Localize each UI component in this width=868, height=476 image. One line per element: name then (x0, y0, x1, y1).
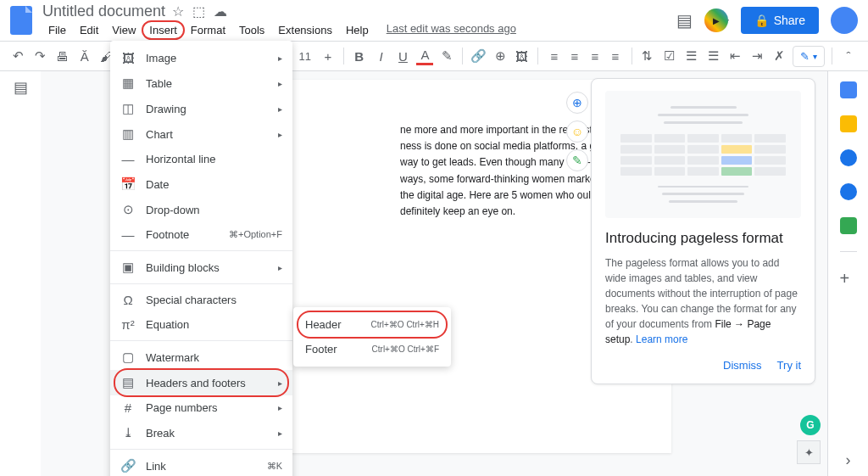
insert-menu-special-characters[interactable]: ΩSpecial characters (110, 288, 292, 312)
bulleted-list-icon[interactable]: ☰ (683, 47, 700, 65)
align-left-icon[interactable]: ≡ (545, 47, 564, 65)
dismiss-button[interactable]: Dismiss (723, 359, 762, 372)
meet-icon[interactable]: ▶ (704, 8, 728, 32)
insert-menu-equation[interactable]: π²Equation (110, 312, 292, 337)
italic-button[interactable]: I (373, 47, 390, 65)
insert-menu-link[interactable]: 🔗Link⌘K (110, 453, 292, 476)
insert-menu-drop-down[interactable]: ⊙Drop-down (110, 197, 292, 222)
comments-history-icon[interactable]: ▤ (676, 10, 693, 31)
menu-item-label: Image (146, 52, 268, 64)
add-comment-fab[interactable]: ⊕ (566, 92, 588, 114)
insert-menu-image[interactable]: 🖼Image▸ (110, 46, 292, 70)
pencil-icon: ✎ (800, 50, 810, 63)
menu-item-label: Date (146, 178, 282, 191)
align-center-icon[interactable]: ≡ (565, 47, 584, 65)
menu-item-label: Drop-down (146, 204, 282, 216)
menu-item-label: Table (146, 77, 268, 90)
drop-down-icon: ⊙ (120, 202, 136, 217)
doc-action-column: ⊕ ☺ ✎ (566, 92, 588, 171)
insert-menu-drawing[interactable]: ◫Drawing▸ (110, 96, 292, 121)
chevron-down-icon: ▾ (813, 52, 817, 61)
show-side-panel-icon[interactable]: › (846, 451, 851, 469)
insert-menu-footnote[interactable]: —Footnote⌘+Option+F (110, 222, 292, 247)
numbered-list-icon[interactable]: ☰ (704, 47, 721, 65)
menu-file[interactable]: File (42, 22, 72, 38)
underline-button[interactable]: U (395, 47, 412, 65)
get-addons-icon[interactable]: + (840, 269, 857, 286)
star-icon[interactable]: ☆ (172, 3, 184, 20)
cloud-status-icon[interactable]: ☁ (214, 3, 227, 20)
suggest-edit-fab[interactable]: ✎ (566, 149, 588, 171)
insert-menu-watermark[interactable]: ▢Watermark (110, 344, 292, 370)
menu-item-label: Break (146, 427, 268, 440)
menu-extensions[interactable]: Extensions (272, 22, 338, 38)
insert-menu-chart[interactable]: ▥Chart▸ (110, 121, 292, 147)
explore-button[interactable]: ✦ (797, 440, 821, 464)
footnote-icon: — (120, 227, 136, 242)
lock-icon: 🔒 (754, 14, 769, 27)
font-size-increase-icon[interactable]: + (320, 47, 337, 65)
menu-item-label: Footnote (146, 228, 219, 241)
line-spacing-icon[interactable]: ⇅ (639, 47, 656, 65)
editing-mode-button[interactable]: ✎ ▾ (793, 46, 825, 67)
menu-item-label: Link (146, 460, 257, 473)
menu-tools[interactable]: Tools (233, 22, 270, 38)
decrease-indent-icon[interactable]: ⇤ (726, 47, 743, 65)
spellcheck-icon[interactable]: Ă (76, 47, 93, 65)
insert-menu-break[interactable]: ⤓Break▸ (110, 420, 292, 445)
menu-edit[interactable]: Edit (74, 22, 104, 38)
font-size-input[interactable]: 11 (295, 50, 314, 63)
print-icon[interactable]: 🖶 (54, 47, 71, 65)
last-edit-link[interactable]: Last edit was seconds ago (387, 22, 516, 38)
drawing-icon: ◫ (120, 101, 136, 116)
add-comment-icon[interactable]: ⊕ (492, 47, 509, 65)
account-avatar[interactable] (831, 7, 858, 34)
contacts-app-icon[interactable] (840, 183, 857, 200)
move-icon[interactable]: ⬚ (192, 3, 205, 20)
align-justify-icon[interactable]: ≡ (606, 47, 625, 65)
text-color-icon[interactable]: A (416, 47, 433, 65)
checklist-icon[interactable]: ☑ (661, 47, 678, 65)
menu-insert[interactable]: Insert (143, 22, 183, 38)
menu-item-label: Headers and footers (146, 377, 268, 389)
menu-format[interactable]: Format (185, 22, 231, 38)
tasks-app-icon[interactable] (840, 149, 857, 166)
share-button[interactable]: 🔒 Share (741, 7, 819, 34)
insert-menu-page-numbers[interactable]: #Page numbers▸ (110, 395, 292, 420)
align-right-icon[interactable]: ≡ (586, 47, 604, 65)
insert-image-icon[interactable]: 🖼 (514, 47, 531, 65)
submenu-footer[interactable]: FooterCtrl+⌘O Ctrl+⌘F (293, 337, 451, 361)
insert-menu-date[interactable]: 📅Date (110, 171, 292, 197)
increase-indent-icon[interactable]: ⇥ (748, 47, 765, 65)
calendar-app-icon[interactable] (840, 81, 857, 98)
highlight-icon[interactable]: ✎ (438, 47, 455, 65)
menu-item-label: Drawing (146, 103, 268, 115)
undo-icon[interactable]: ↶ (10, 47, 27, 65)
menu-view[interactable]: View (106, 22, 142, 38)
watermark-icon: ▢ (120, 350, 136, 365)
learn-more-link[interactable]: Learn more (636, 333, 687, 345)
menu-help[interactable]: Help (340, 22, 375, 38)
submenu-arrow-icon: ▸ (278, 53, 282, 63)
card-illustration (605, 91, 801, 218)
document-title[interactable]: Untitled document (42, 3, 165, 20)
insert-menu-table[interactable]: ▦Table▸ (110, 70, 292, 96)
maps-app-icon[interactable] (840, 217, 857, 234)
keep-app-icon[interactable] (840, 115, 857, 132)
grammarly-badge-icon[interactable]: G (800, 415, 821, 435)
submenu-header[interactable]: HeaderCtrl+⌘O Ctrl+⌘H (293, 312, 451, 337)
redo-icon[interactable]: ↷ (32, 47, 49, 65)
outline-toggle-icon[interactable]: ▤ (14, 78, 28, 97)
bold-button[interactable]: B (351, 47, 368, 65)
add-emoji-fab[interactable]: ☺ (566, 120, 588, 143)
insert-menu-horizontal-line[interactable]: —Horizontal line (110, 147, 292, 171)
try-it-button[interactable]: Try it (777, 359, 801, 372)
collapse-toolbar-icon[interactable]: ˆ (839, 47, 858, 65)
insert-menu-headers-and-footers[interactable]: ▤Headers and footers▸ (110, 370, 292, 395)
submenu-arrow-icon: ▸ (278, 403, 282, 412)
insert-link-icon[interactable]: 🔗 (470, 47, 487, 65)
menu-item-label: Watermark (146, 351, 282, 364)
insert-menu-building-blocks[interactable]: ▣Building blocks▸ (110, 255, 292, 280)
docs-logo-icon[interactable] (10, 6, 32, 35)
clear-formatting-icon[interactable]: ✗ (771, 47, 787, 65)
